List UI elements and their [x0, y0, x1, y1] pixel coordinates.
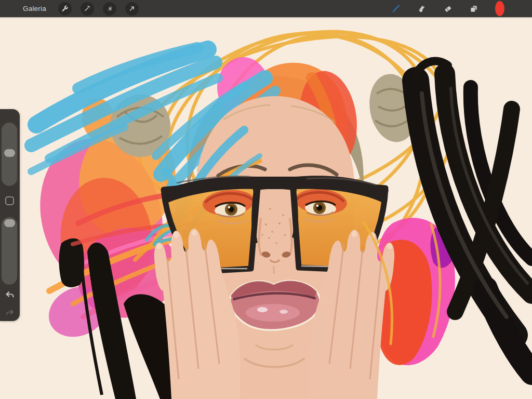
redo-button[interactable] — [3, 307, 17, 320]
undo-button[interactable] — [3, 289, 17, 302]
magic-wand-icon — [84, 5, 91, 12]
brush-size-slider[interactable] — [2, 123, 17, 186]
selection-button[interactable]: S — [103, 2, 116, 16]
eraser-tool-button[interactable] — [440, 1, 456, 17]
smudge-finger-icon — [417, 2, 427, 16]
redo-arrow-icon — [5, 308, 15, 318]
toolbar-left-group: Galeria S — [0, 2, 139, 16]
brush-tool-button[interactable] — [388, 1, 404, 17]
eraser-icon — [443, 2, 453, 16]
opacity-thumb[interactable] — [4, 219, 15, 227]
top-toolbar: Galeria S — [0, 0, 532, 17]
undo-arrow-icon — [4, 290, 16, 301]
color-swatch-button[interactable] — [492, 1, 508, 17]
selection-s-icon: S — [106, 5, 113, 13]
procreate-canvas-screen: { "topbar": { "background_color": "#3a38… — [0, 0, 532, 399]
smudge-tool-button[interactable] — [414, 1, 430, 17]
transform-button[interactable] — [125, 2, 139, 16]
drawing-canvas[interactable] — [0, 0, 532, 399]
modify-button[interactable] — [5, 196, 14, 205]
opacity-slider[interactable] — [2, 217, 17, 285]
actions-button[interactable] — [58, 2, 72, 16]
layers-button[interactable] — [466, 1, 482, 17]
brush-sidebar — [0, 109, 20, 321]
arrow-cursor-icon — [128, 5, 136, 12]
toolbar-right-group — [388, 1, 532, 17]
svg-text:S: S — [108, 6, 112, 11]
brush-size-thumb[interactable] — [4, 149, 15, 157]
adjustments-button[interactable] — [81, 2, 94, 16]
paintbrush-icon — [391, 2, 401, 16]
gallery-button[interactable]: Galeria — [20, 4, 49, 13]
color-dot-icon — [495, 1, 504, 16]
layers-icon — [469, 2, 478, 16]
wrench-icon — [61, 5, 69, 12]
